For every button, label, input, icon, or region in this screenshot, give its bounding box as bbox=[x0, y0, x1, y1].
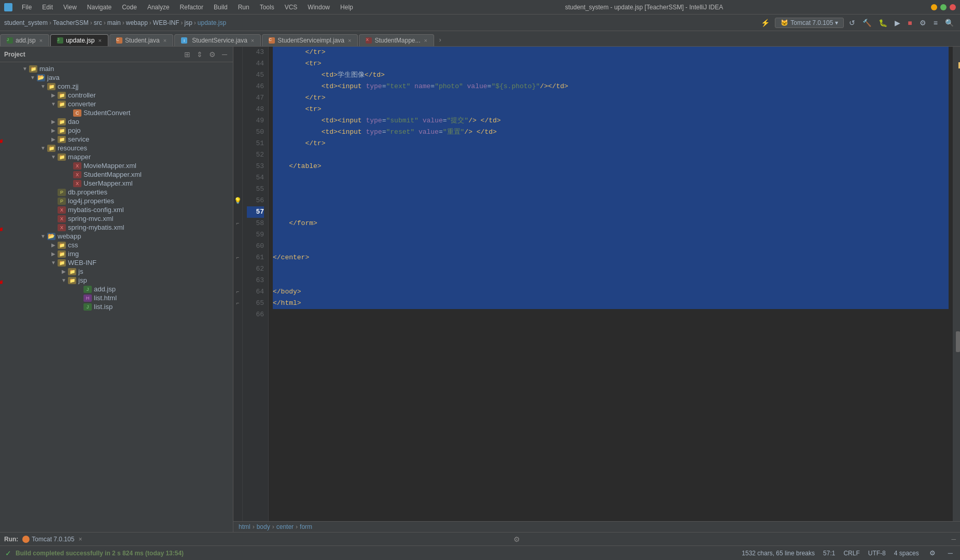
status-cursor[interactable]: 57:1 bbox=[823, 550, 835, 557]
tree-item-controller[interactable]: ▶ 📁 controller bbox=[0, 91, 233, 100]
tree-item-dbprops[interactable]: P db.properties bbox=[0, 188, 233, 197]
bc-student-system[interactable]: student_system bbox=[4, 19, 48, 26]
debug-button[interactable]: 🐛 bbox=[876, 18, 889, 28]
tree-item-webapp[interactable]: ▼ 📂 webapp bbox=[0, 232, 233, 241]
tab-update-jsp[interactable]: J update.jsp × bbox=[50, 34, 108, 46]
tab-student-java[interactable]: C Student.java × bbox=[109, 34, 173, 46]
tab-student-mapper[interactable]: X StudentMappe... × bbox=[359, 34, 434, 46]
status-indent[interactable]: 4 spaces bbox=[894, 550, 919, 557]
run-settings-button[interactable]: ⚙ bbox=[513, 535, 520, 543]
menu-file[interactable]: File bbox=[18, 3, 36, 12]
run-button[interactable]: ▶ bbox=[893, 18, 902, 28]
tree-item-usermapper[interactable]: X UserMapper.xml bbox=[0, 179, 233, 188]
tab-close-update-jsp[interactable]: × bbox=[99, 37, 102, 44]
menu-navigate[interactable]: Navigate bbox=[83, 3, 116, 12]
bc-bottom-html[interactable]: html bbox=[239, 523, 251, 530]
minimize-button[interactable]: ─ bbox=[931, 4, 937, 10]
menu-analyze[interactable]: Analyze bbox=[143, 3, 174, 12]
bc-webinf[interactable]: WEB-INF bbox=[153, 19, 179, 26]
gutter-64-fold[interactable]: ⌐ bbox=[233, 286, 242, 298]
menu-tools[interactable]: Tools bbox=[256, 3, 279, 12]
status-notification-button[interactable]: ─ bbox=[946, 548, 955, 558]
tree-item-mybatisconfig[interactable]: X mybatis-config.xml bbox=[0, 205, 233, 214]
tab-add-jsp[interactable]: J add.jsp × bbox=[0, 34, 49, 46]
menu-run[interactable]: Run bbox=[234, 3, 254, 12]
status-right: 1532 chars, 65 line breaks 57:1 CRLF UTF… bbox=[742, 548, 955, 558]
sidebar-expand-button[interactable]: ⊞ bbox=[183, 50, 192, 59]
sidebar-scroll-button[interactable]: ⇕ bbox=[195, 50, 204, 59]
tabs-chevron[interactable]: › bbox=[435, 35, 445, 46]
status-encoding[interactable]: UTF-8 bbox=[868, 550, 886, 557]
bc-main[interactable]: main bbox=[107, 19, 121, 26]
tab-close-student-mapper[interactable]: × bbox=[424, 37, 427, 44]
menu-view[interactable]: View bbox=[59, 3, 81, 12]
navigate-back-button[interactable]: ⚡ bbox=[759, 18, 772, 28]
gutter-65-fold[interactable]: ⌐ bbox=[233, 298, 242, 309]
build-button[interactable]: 🔨 bbox=[860, 18, 873, 28]
scrollbar-gutter[interactable] bbox=[953, 47, 960, 521]
tree-item-listhtml[interactable]: H list.html bbox=[0, 293, 233, 302]
bc-webapp[interactable]: webapp bbox=[126, 19, 148, 26]
tree-item-studentmapper[interactable]: X StudentMapper.xml bbox=[0, 170, 233, 179]
settings-button2[interactable]: ⚙ bbox=[917, 18, 928, 28]
tab-student-service[interactable]: I StudentService.java × bbox=[174, 34, 261, 46]
tree-item-java[interactable]: ▼ 📂 java bbox=[0, 73, 233, 82]
tree-item-img[interactable]: ▶ 📁 img bbox=[0, 249, 233, 258]
menu-code[interactable]: Code bbox=[118, 3, 141, 12]
tree-item-converter[interactable]: ▼ 📁 converter bbox=[0, 100, 233, 108]
tab-close-student-service[interactable]: × bbox=[251, 37, 254, 44]
menu-help[interactable]: Help bbox=[336, 3, 357, 12]
tree-item-springmybatis[interactable]: X spring-mybatis.xml ↘ bbox=[0, 223, 233, 232]
gutter-56-bulb[interactable]: 💡 bbox=[233, 195, 242, 206]
tree-item-jsp-folder[interactable]: ▼ 📁 jsp ↘ bbox=[0, 276, 233, 285]
tab-student-service-impl[interactable]: C StudentServiceimpl.java × bbox=[262, 34, 358, 46]
tree-item-webinf[interactable]: ▼ 📁 WEB-INF bbox=[0, 258, 233, 267]
tree-item-springmvc[interactable]: X spring-mvc.xml bbox=[0, 214, 233, 223]
tab-close-add-jsp[interactable]: × bbox=[39, 37, 43, 44]
status-line-ending[interactable]: CRLF bbox=[843, 550, 859, 557]
bc-update-jsp[interactable]: update.jsp bbox=[198, 19, 226, 26]
menu-vcs[interactable]: VCS bbox=[281, 3, 302, 12]
code-area[interactable]: </tr> <tr> <td>学生图像</td> <td><input type… bbox=[269, 47, 953, 521]
gutter-58-fold[interactable]: ⌐ bbox=[233, 218, 242, 229]
tree-item-main[interactable]: ▼ 📁 main bbox=[0, 64, 233, 73]
bc-src[interactable]: src bbox=[94, 19, 102, 26]
close-button[interactable]: × bbox=[950, 4, 956, 10]
tomcat-selector[interactable]: 🐱 Tomcat 7.0.105 ▾ bbox=[775, 18, 844, 28]
stop-button[interactable]: ■ bbox=[906, 18, 914, 28]
bc-bottom-center[interactable]: center bbox=[276, 523, 294, 530]
tree-item-moviemapper[interactable]: X MovieMapper.xml bbox=[0, 161, 233, 170]
more-button[interactable]: ≡ bbox=[931, 18, 940, 28]
refresh-button[interactable]: ↺ bbox=[847, 18, 857, 28]
menu-window[interactable]: Window bbox=[303, 3, 334, 12]
bc-jsp[interactable]: jsp bbox=[184, 19, 192, 26]
menu-build[interactable]: Build bbox=[210, 3, 232, 12]
tree-item-add-jsp[interactable]: J add.jsp bbox=[0, 285, 233, 293]
menu-refactor[interactable]: Refactor bbox=[176, 3, 207, 12]
bc-bottom-body[interactable]: body bbox=[257, 523, 270, 530]
menu-edit[interactable]: Edit bbox=[38, 3, 57, 12]
tree-item-service[interactable]: ▶ 📁 service ↘ bbox=[0, 135, 233, 144]
gutter-61-fold[interactable]: ⌐ bbox=[233, 252, 242, 263]
tab-close-student-service-impl[interactable]: × bbox=[348, 37, 351, 44]
status-settings-button[interactable]: ⚙ bbox=[927, 548, 938, 558]
run-close-button[interactable]: × bbox=[78, 536, 82, 543]
tree-item-studentconvert[interactable]: C StudentConvert bbox=[0, 108, 233, 117]
tree-item-css[interactable]: ▶ 📁 css bbox=[0, 241, 233, 249]
sidebar-settings-button[interactable]: ⚙ bbox=[207, 50, 217, 59]
bc-teacherssm[interactable]: TeacherSSM bbox=[53, 19, 89, 26]
tree-item-pojo[interactable]: ▶ 📁 pojo bbox=[0, 126, 233, 135]
run-minimize-button[interactable]: ─ bbox=[951, 536, 956, 543]
maximize-button[interactable]: □ bbox=[940, 4, 947, 10]
tree-item-resources[interactable]: ▼ 📁 resources ↘ bbox=[0, 144, 233, 152]
tree-item-mapper[interactable]: ▼ 📁 mapper bbox=[0, 152, 233, 161]
sidebar-minimize-button[interactable]: ─ bbox=[220, 50, 229, 59]
tree-item-log4jprops[interactable]: P log4j.properties bbox=[0, 197, 233, 205]
bc-bottom-form[interactable]: form bbox=[300, 523, 312, 530]
tree-item-js[interactable]: ▶ 📁 js bbox=[0, 267, 233, 276]
tree-item-listisp[interactable]: J list.isp bbox=[0, 302, 233, 311]
tab-close-student-java[interactable]: × bbox=[163, 37, 166, 44]
tree-item-comzjj[interactable]: ▼ 📁 com.zjj bbox=[0, 82, 233, 91]
search-everywhere-button[interactable]: 🔍 bbox=[943, 18, 956, 28]
tree-item-dao[interactable]: ▶ 📁 dao bbox=[0, 117, 233, 126]
